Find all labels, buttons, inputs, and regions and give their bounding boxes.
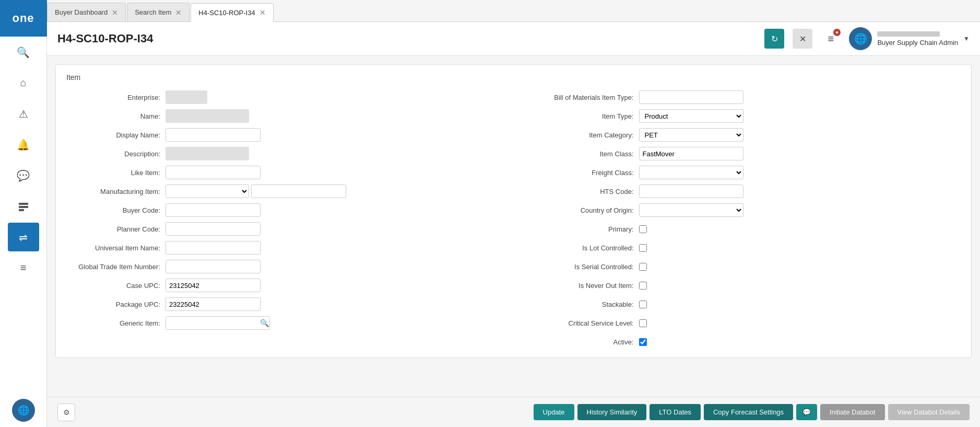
tab-close-search-item[interactable]: ✕ [175, 9, 182, 16]
initiate-databot-button[interactable]: Initiate Databot [820, 404, 884, 420]
hts-code-label: HTS Code: [524, 188, 639, 195]
primary-checkbox[interactable] [639, 225, 647, 233]
item-form-panel: Item Enterprise: Name: Display Name: [55, 64, 972, 358]
item-type-row: Item Type: Product Service Raw Material [524, 109, 961, 123]
app-logo[interactable]: one [0, 0, 47, 37]
tab-label: H4-SC10-ROP-I34 [198, 9, 255, 17]
history-similarity-button[interactable]: History Similarity [577, 404, 647, 420]
manufacturing-item-select[interactable] [166, 184, 249, 198]
update-button[interactable]: Update [534, 404, 574, 420]
action-bar: ⚙ Update History Similarity LTO Dates Co… [47, 397, 980, 427]
menu-nav-icon[interactable]: ≡ [8, 253, 39, 282]
home-nav-icon[interactable]: ⌂ [8, 68, 39, 97]
package-upc-label: Package UPC: [66, 301, 166, 308]
user-avatar: 🌐 [849, 27, 872, 50]
stackable-checkbox[interactable] [639, 301, 647, 308]
item-class-input[interactable] [639, 147, 743, 160]
tab-search-item[interactable]: Search Item ✕ [127, 3, 190, 21]
main-content: Buyer Dashboard ✕ Search Item ✕ H4-SC10-… [47, 0, 980, 427]
active-label: Active: [524, 338, 639, 346]
active-checkbox[interactable] [639, 338, 647, 346]
buyer-code-label: Buyer Code: [66, 206, 166, 214]
country-of-origin-label: Country of Origin: [524, 206, 639, 214]
search-nav-icon[interactable]: 🔍 [8, 38, 39, 66]
svg-rect-1 [19, 206, 28, 208]
sidebar-user-avatar[interactable]: 🌐 [12, 399, 35, 422]
name-value [166, 109, 249, 123]
is-lot-controlled-checkbox[interactable] [639, 244, 647, 252]
planner-code-input[interactable] [166, 222, 261, 236]
bom-item-type-input[interactable] [639, 90, 743, 104]
chat-action-button[interactable]: 💬 [796, 404, 817, 420]
transfer-nav-icon[interactable]: ⇌ [8, 223, 39, 251]
universal-item-name-input[interactable] [166, 241, 261, 255]
is-serial-controlled-checkbox[interactable] [639, 263, 647, 271]
refresh-button[interactable]: ↻ [764, 29, 784, 49]
hts-code-input[interactable] [639, 184, 743, 198]
is-serial-controlled-row: Is Serial Controlled: [524, 259, 961, 274]
stackable-row: Stackable: [524, 297, 961, 311]
tab-bar: Buyer Dashboard ✕ Search Item ✕ H4-SC10-… [47, 0, 980, 22]
copy-forecast-settings-button[interactable]: Copy Forecast Settings [704, 404, 793, 420]
item-category-select[interactable]: PET Other [639, 128, 743, 142]
sidebar: one 🔍 ⌂ ⚠ 🔔 💬 ⇌ ≡ 🌐 [0, 0, 47, 427]
user-profile[interactable]: 🌐 Buyer Supply Chain Admin ▼ [849, 27, 970, 50]
critical-service-level-checkbox[interactable] [639, 319, 647, 327]
generic-item-label: Generic Item: [66, 319, 166, 327]
svg-rect-0 [19, 203, 28, 205]
tab-buyer-dashboard[interactable]: Buyer Dashboard ✕ [47, 3, 126, 21]
generic-item-wrap: 🔍 [166, 316, 270, 330]
display-name-input[interactable] [166, 128, 261, 142]
package-upc-input[interactable] [166, 297, 261, 311]
is-never-out-label: Is Never Out Item: [524, 282, 639, 290]
description-value [166, 147, 249, 160]
bell-nav-icon[interactable]: 🔔 [8, 130, 39, 159]
active-row: Active: [524, 334, 961, 349]
page-title: H4-SC10-ROP-I34 [57, 32, 756, 45]
user-dropdown-arrow-icon[interactable]: ▼ [963, 35, 970, 42]
global-trade-item-row: Global Trade Item Number: [66, 259, 503, 274]
chat-nav-icon[interactable]: 💬 [8, 161, 39, 190]
global-trade-item-input[interactable] [166, 260, 261, 273]
manufacturing-item-row: Manufacturing Item: [66, 184, 503, 199]
case-upc-label: Case UPC: [66, 282, 166, 290]
generic-item-search-button[interactable]: 🔍 [260, 319, 269, 327]
bom-item-type-row: Bill of Materials Item Type: [524, 90, 961, 105]
manufacturing-item-label: Manufacturing Item: [66, 188, 166, 195]
generic-item-input[interactable] [166, 316, 270, 330]
tab-close-buyer-dashboard[interactable]: ✕ [112, 9, 118, 16]
action-bar-right: Update History Similarity LTO Dates Copy… [534, 404, 970, 420]
alert-nav-icon[interactable]: ⚠ [8, 99, 39, 128]
action-bar-left: ⚙ [57, 403, 75, 421]
is-never-out-checkbox[interactable] [639, 282, 647, 290]
manufacturing-item-input[interactable] [251, 184, 346, 198]
close-button[interactable]: ✕ [793, 29, 812, 49]
menu-button[interactable]: ≡ ★ [821, 29, 841, 49]
item-type-select[interactable]: Product Service Raw Material [639, 109, 743, 123]
country-of-origin-select[interactable] [639, 203, 743, 217]
item-category-row: Item Category: PET Other [524, 128, 961, 142]
settings-action-icon[interactable]: ⚙ [57, 403, 75, 421]
case-upc-row: Case UPC: [66, 278, 503, 293]
tab-item-detail[interactable]: H4-SC10-ROP-I34 ✕ [191, 3, 273, 22]
enterprise-value [166, 90, 207, 104]
manufacturing-item-field [166, 184, 346, 198]
critical-service-level-row: Critical Service Level: [524, 316, 961, 330]
name-row: Name: [66, 109, 503, 123]
freight-class-select[interactable] [639, 166, 743, 179]
like-item-input[interactable] [166, 166, 261, 179]
buyer-code-input[interactable] [166, 203, 261, 217]
case-upc-input[interactable] [166, 279, 261, 292]
lto-dates-button[interactable]: LTO Dates [650, 404, 701, 420]
view-databot-details-button[interactable]: View Databot Details [888, 404, 970, 420]
tab-label: Search Item [135, 8, 171, 16]
freight-class-row: Freight Class: [524, 165, 961, 180]
tab-label: Buyer Dashboard [55, 8, 108, 16]
freight-class-label: Freight Class: [524, 169, 639, 177]
bom-item-type-label: Bill of Materials Item Type: [524, 94, 639, 101]
universal-item-name-label: Universal Item Name: [66, 244, 166, 252]
enterprise-row: Enterprise: [66, 90, 503, 105]
layers-nav-icon[interactable] [8, 192, 39, 221]
tab-close-item-detail[interactable]: ✕ [259, 9, 266, 16]
like-item-row: Like Item: [66, 165, 503, 180]
